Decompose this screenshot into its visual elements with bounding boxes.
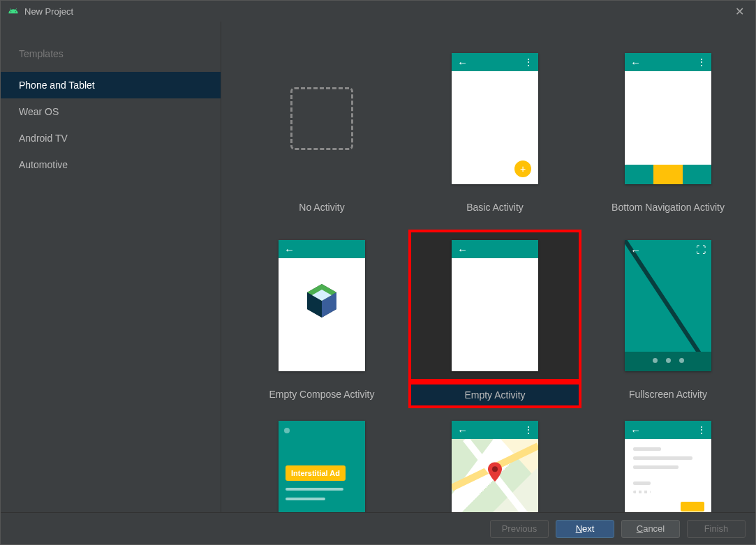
new-project-dialog: New Project ✕ Templates Phone and Tablet…: [0, 0, 756, 545]
phone-preview: ←⋮: [452, 421, 538, 512]
ad-badge: Interstitial Ad: [286, 465, 346, 481]
bottom-nav-bar: [625, 165, 711, 184]
template-no-activity[interactable]: No Activity: [235, 43, 408, 217]
template-thumb: ←⋮: [408, 421, 581, 512]
phone-preview: ←⋮: [625, 53, 711, 184]
back-arrow-icon: ←: [630, 244, 641, 256]
template-label: Basic Activity: [466, 195, 524, 217]
finish-button: Finish: [687, 520, 746, 538]
fullscreen-illustration: ← ⛶: [625, 240, 711, 371]
titlebar: New Project ✕: [1, 1, 755, 22]
sidebar-item-android-tv[interactable]: Android TV: [1, 125, 221, 151]
template-google-maps[interactable]: ←⋮: [408, 421, 581, 512]
template-master-detail[interactable]: ←⋮: [581, 421, 755, 512]
phone-preview: ←⋮: [625, 421, 711, 512]
map-pin-icon: [488, 462, 502, 486]
overflow-icon: ⋮: [524, 424, 533, 435]
sidebar-item-phone-tablet[interactable]: Phone and Tablet: [1, 72, 221, 98]
compose-logo-icon: [305, 283, 339, 321]
templates-grid: No Activity ←⋮ + Basic Activity: [235, 43, 741, 512]
phone-preview: ←: [279, 240, 365, 371]
back-arrow-icon: ←: [457, 244, 468, 255]
dashed-box-icon: [290, 87, 353, 150]
template-thumb: [235, 43, 408, 195]
template-thumb: ←⋮: [581, 43, 755, 195]
android-icon: [8, 6, 19, 17]
template-empty-compose[interactable]: ← Empty: [235, 230, 408, 408]
window-title: New Project: [24, 6, 731, 17]
template-thumb: ←: [235, 230, 408, 382]
svg-point-11: [492, 466, 498, 472]
template-thumb: ← ⛶: [581, 230, 755, 382]
overflow-icon: ⋮: [524, 57, 533, 68]
template-thumb: Interstitial Ad: [235, 421, 408, 512]
sidebar: Templates Phone and Tablet Wear OS Andro…: [1, 22, 221, 512]
template-thumb: ←⋮ +: [408, 43, 581, 195]
fullscreen-icon: ⛶: [696, 244, 706, 255]
detail-illustration: [625, 439, 711, 512]
cancel-button[interactable]: Cancel: [621, 520, 680, 538]
phone-preview: Interstitial Ad: [279, 421, 365, 512]
dialog-footer: Previous Next Cancel Finish: [1, 512, 755, 544]
back-arrow-icon: ←: [457, 424, 468, 436]
templates-pane[interactable]: No Activity ←⋮ + Basic Activity: [221, 22, 755, 512]
overflow-icon: ⋮: [697, 57, 706, 68]
next-button[interactable]: Next: [556, 520, 614, 538]
sidebar-item-automotive[interactable]: Automotive: [1, 151, 221, 178]
fab-icon: +: [514, 160, 531, 177]
template-label: No Activity: [299, 195, 344, 217]
template-basic-activity[interactable]: ←⋮ + Basic Activity: [408, 43, 581, 217]
template-fullscreen[interactable]: ← ⛶ Fullscreen Activity: [581, 230, 755, 408]
ad-illustration: Interstitial Ad: [279, 421, 365, 512]
sidebar-item-wear-os[interactable]: Wear OS: [1, 98, 221, 125]
template-label: Bottom Navigation Activity: [612, 195, 725, 217]
phone-preview: ← ⛶: [625, 240, 711, 371]
template-thumb: ←⋮: [581, 421, 755, 512]
dialog-body: Templates Phone and Tablet Wear OS Andro…: [1, 22, 755, 512]
back-arrow-icon: ←: [630, 57, 641, 68]
template-label: Fullscreen Activity: [629, 382, 707, 404]
template-empty-activity[interactable]: ← Empty Activity: [408, 230, 581, 408]
template-label: Empty Activity: [408, 382, 581, 408]
phone-preview: ←: [452, 240, 538, 371]
map-illustration: [452, 439, 538, 512]
template-label: Empty Compose Activity: [269, 382, 375, 404]
previous-button: Previous: [490, 520, 549, 538]
phone-preview: ←⋮ +: [452, 53, 538, 184]
sidebar-heading: Templates: [1, 43, 221, 72]
back-arrow-icon: ←: [284, 244, 295, 255]
nav-dots: [625, 357, 711, 364]
back-arrow-icon: ←: [457, 57, 468, 68]
template-bottom-nav[interactable]: ←⋮ Bottom Navigation Activity: [581, 43, 755, 217]
back-arrow-icon: ←: [630, 424, 641, 436]
template-interstitial-ad[interactable]: Interstitial Ad: [235, 421, 408, 512]
close-icon[interactable]: ✕: [731, 2, 748, 21]
overflow-icon: ⋮: [697, 424, 706, 435]
template-thumb: ←: [408, 230, 581, 382]
